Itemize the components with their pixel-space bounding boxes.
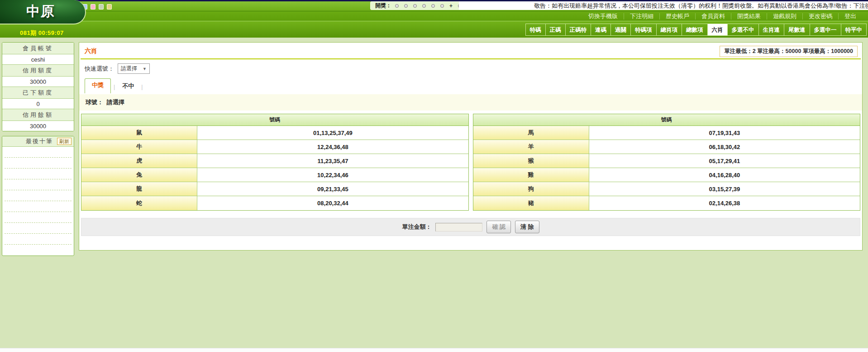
topnav-item[interactable]: 會員資料 bbox=[696, 13, 731, 19]
zodiac-cell[interactable]: 狗 bbox=[473, 182, 589, 196]
ball-number-strip: 球號： 請選擇 bbox=[79, 94, 862, 111]
zodiac-cell[interactable]: 雞 bbox=[473, 168, 589, 182]
table-row[interactable]: 鼠 01,13,25,37,49 bbox=[81, 126, 468, 140]
game-tab[interactable]: 過關 bbox=[610, 24, 631, 36]
table-row[interactable]: 虎 11,23,35,47 bbox=[81, 154, 468, 168]
game-tab[interactable]: 多選不中 bbox=[727, 24, 759, 36]
page: 切換手機版下注明細歷史帳戶會員資料開獎結果遊戲規則更改密碼登出 特碼正碼正碼特連… bbox=[0, 0, 868, 352]
table-row[interactable]: 豬 02,14,26,38 bbox=[473, 196, 860, 210]
zodiac-cell[interactable]: 馬 bbox=[473, 126, 589, 140]
numbers-cell[interactable]: 06,18,30,42 bbox=[589, 140, 860, 154]
numbers-cell[interactable]: 01,13,25,37,49 bbox=[197, 126, 468, 140]
ball-number-value: 請選擇 bbox=[107, 99, 124, 106]
quick-select-row: 快速選號： 請選擇 ▼ bbox=[79, 59, 862, 77]
zodiac-cell[interactable]: 牛 bbox=[81, 140, 197, 154]
topnav-item[interactable]: 更改密碼 bbox=[803, 13, 839, 19]
bet-limits: 單注最低：2 單注最高：50000 單項最高：1000000 bbox=[720, 46, 858, 57]
numbers-cell[interactable]: 11,23,35,47 bbox=[197, 154, 468, 168]
table-row[interactable]: 牛 12,24,36,48 bbox=[81, 140, 468, 154]
game-tab[interactable]: 特平中 bbox=[841, 24, 867, 36]
numbers-cell[interactable]: 08,20,32,44 bbox=[197, 196, 468, 210]
game-tabs: 特碼正碼正碼特連碼過關特碼項總肖項總數項六肖多選不中生肖連尾數連多選中一特平中 bbox=[526, 24, 867, 36]
topnav-item[interactable]: 開獎結果 bbox=[731, 13, 767, 19]
title-row: 六肖 單注最低：2 單注最高：50000 單項最高：1000000 bbox=[79, 43, 862, 55]
account-field-value: ceshi bbox=[2, 54, 74, 65]
game-tab[interactable]: 尾數連 bbox=[784, 24, 810, 36]
game-tab[interactable]: 特碼項 bbox=[630, 24, 657, 36]
table-row[interactable]: 狗 03,15,27,39 bbox=[473, 182, 860, 196]
bet-amount-input[interactable] bbox=[435, 223, 482, 231]
zodiac-cell[interactable]: 蛇 bbox=[81, 196, 197, 210]
game-tab[interactable]: 連碼 bbox=[591, 24, 611, 36]
bet-bar: 單注金額： 確 認 清 除 bbox=[81, 218, 860, 236]
quick-select-dropdown[interactable]: 請選擇 ▼ bbox=[118, 63, 150, 74]
recent-bets-list bbox=[2, 147, 74, 256]
table-row[interactable]: 蛇 08,20,32,44 bbox=[81, 196, 468, 210]
numbers-cell[interactable]: 07,19,31,43 bbox=[589, 126, 860, 140]
footer-strip bbox=[0, 348, 868, 352]
draw-ball bbox=[395, 4, 399, 8]
decor-square-yellow bbox=[107, 4, 112, 10]
topnav-item[interactable]: 遊戲規則 bbox=[767, 13, 803, 19]
game-tab[interactable]: 總肖項 bbox=[656, 24, 682, 36]
table-row[interactable]: 兔 10,22,34,46 bbox=[81, 168, 468, 182]
numbers-cell[interactable]: 05,17,29,41 bbox=[589, 154, 860, 168]
zodiac-cell[interactable]: 兔 bbox=[81, 168, 197, 182]
subtab[interactable]: 不中 bbox=[118, 80, 138, 93]
topnav-item[interactable]: 登出 bbox=[839, 13, 861, 19]
topnav-item[interactable]: 切換手機版 bbox=[582, 13, 624, 19]
table-row[interactable]: 羊 06,18,30,42 bbox=[473, 140, 860, 154]
game-tab[interactable]: 正碼 bbox=[545, 24, 566, 36]
topnav-item[interactable]: 歷史帳戶 bbox=[660, 13, 696, 19]
brand-logo: 中原 bbox=[0, 0, 86, 24]
zodiac-cell[interactable]: 羊 bbox=[473, 140, 589, 154]
account-panel: 會員帳號 ceshi 信用額度 30000 已下額度 0 信用餘額 30000 bbox=[2, 42, 74, 131]
clear-button[interactable]: 清 除 bbox=[515, 221, 539, 233]
subtab-separator: | bbox=[138, 84, 145, 93]
zodiac-cell[interactable]: 猴 bbox=[473, 154, 589, 168]
zodiac-cell[interactable]: 鼠 bbox=[81, 126, 197, 140]
recent-bet-row bbox=[5, 234, 72, 245]
account-field-label: 會員帳號 bbox=[2, 43, 74, 54]
zodiac-table-left: 號碼 鼠 01,13,25,37,49 牛 12,24,36,48 bbox=[81, 114, 469, 211]
table-row[interactable]: 猴 05,17,29,41 bbox=[473, 154, 860, 168]
topnav-item[interactable]: 下注明細 bbox=[624, 13, 660, 19]
table-row[interactable]: 雞 04,16,28,40 bbox=[473, 168, 860, 182]
quick-select-value: 請選擇 bbox=[121, 65, 137, 72]
table-row[interactable]: 馬 07,19,31,43 bbox=[473, 126, 860, 140]
account-field-label: 已下額度 bbox=[2, 87, 74, 99]
zodiac-cell[interactable]: 虎 bbox=[81, 154, 197, 168]
draw-ball bbox=[413, 4, 417, 8]
numbers-cell[interactable]: 10,22,34,46 bbox=[197, 168, 468, 182]
numbers-cell[interactable]: 04,16,28,40 bbox=[589, 168, 860, 182]
game-tab[interactable]: 正碼特 bbox=[565, 24, 591, 36]
numbers-cell[interactable]: 02,14,26,38 bbox=[589, 196, 860, 210]
game-tab[interactable]: 特碼 bbox=[525, 24, 546, 36]
game-tab[interactable]: 六肖 bbox=[707, 24, 728, 36]
table-row[interactable]: 龍 09,21,33,45 bbox=[81, 182, 468, 196]
decor-square-pink bbox=[91, 4, 95, 10]
numbers-cell[interactable]: 03,15,27,39 bbox=[589, 182, 860, 196]
numbers-cell[interactable]: 12,24,36,48 bbox=[197, 140, 468, 154]
subtab[interactable]: 中獎 bbox=[85, 78, 111, 93]
recent-bets-header: 最後十筆 刷新 bbox=[2, 136, 74, 147]
quick-select-label: 快速選號： bbox=[85, 65, 114, 73]
table-column-header: 號碼 bbox=[473, 114, 860, 126]
game-tab[interactable]: 多選中一 bbox=[810, 24, 841, 36]
numbers-cell[interactable]: 09,21,33,45 bbox=[197, 182, 468, 196]
refresh-button[interactable]: 刷新 bbox=[57, 138, 72, 145]
bet-amount-label: 單注金額： bbox=[402, 223, 431, 231]
draw-countdown: 081期 00:59:07 bbox=[20, 29, 64, 37]
main-panel: 六肖 單注最低：2 單注最高：50000 單項最高：1000000 快速選號： … bbox=[79, 42, 863, 251]
recent-bet-row bbox=[5, 212, 72, 223]
zodiac-cell[interactable]: 龍 bbox=[81, 182, 197, 196]
game-tab-bar: 特碼正碼正碼特連碼過關特碼項總肖項總數項六肖多選不中生肖連尾數連多選中一特平中 bbox=[0, 21, 868, 38]
confirm-button[interactable]: 確 認 bbox=[486, 221, 511, 233]
zodiac-cell[interactable]: 豬 bbox=[473, 196, 589, 210]
game-tab[interactable]: 總數項 bbox=[682, 24, 708, 36]
recent-bet-row bbox=[5, 223, 72, 234]
subtab-wrap: 不中 | bbox=[118, 80, 145, 93]
recent-bet-row bbox=[5, 147, 72, 158]
recent-bets-title: 最後十筆 bbox=[26, 137, 53, 145]
game-tab[interactable]: 生肖連 bbox=[758, 24, 785, 36]
